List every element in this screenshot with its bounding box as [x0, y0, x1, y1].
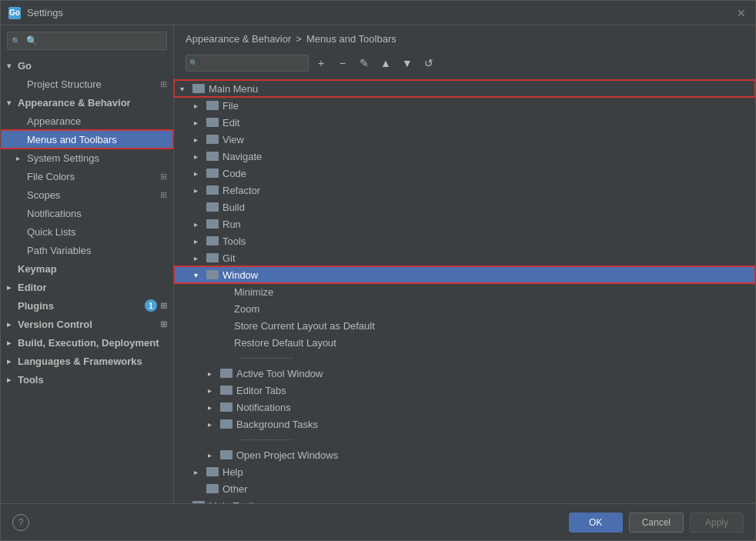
tree-item-run[interactable]: ▸ Run — [174, 215, 755, 232]
sidebar-item-appearance-behavior[interactable]: ▾ Appearance & Behavior — [1, 93, 173, 112]
apply-button[interactable]: Apply — [690, 513, 744, 533]
tree-item-minimize[interactable]: Minimize — [174, 283, 755, 300]
run-folder-icon — [206, 219, 219, 229]
tree-item-main-menu-label: Main Menu — [209, 83, 258, 95]
sidebar-item-appearance-label: Appearance — [27, 115, 81, 127]
tree-item-view-label: View — [222, 134, 244, 145]
tree-item-editor-tabs[interactable]: ▸ Editor Tabs — [174, 382, 755, 399]
help-arrow: ▸ — [194, 468, 205, 476]
tree-separator-1: -------------- — [174, 351, 755, 365]
refactor-folder-icon — [206, 185, 219, 195]
tree-item-open-project-windows[interactable]: ▸ Open Project Windows — [174, 446, 755, 463]
help-button[interactable]: ? — [12, 514, 29, 531]
sidebar-item-notifications[interactable]: Notifications — [1, 204, 173, 222]
tree-item-main-toolbar[interactable]: ▸ Main Toolbar — [174, 497, 755, 503]
tree-item-build[interactable]: Build — [174, 199, 755, 215]
tree-item-code[interactable]: ▸ Code — [174, 165, 755, 182]
tree-item-other[interactable]: Other — [174, 480, 755, 497]
atw-arrow: ▸ — [208, 369, 219, 378]
tree-item-store-layout[interactable]: Store Current Layout as Default — [174, 317, 755, 334]
tree-item-file[interactable]: ▸ File — [174, 97, 755, 114]
sidebar-item-languages[interactable]: ▸ Languages & Frameworks — [1, 352, 173, 370]
sidebar-item-notifications-label: Notifications — [27, 208, 82, 219]
close-button[interactable]: ✕ — [735, 7, 748, 19]
sidebar-item-quick-lists[interactable]: Quick Lists — [1, 222, 173, 241]
edit-folder-icon — [206, 118, 219, 127]
sidebar-item-file-colors[interactable]: File Colors ⊞ — [1, 167, 173, 185]
sidebar-item-appearance[interactable]: Appearance — [1, 112, 173, 130]
tree-item-tools-menu[interactable]: ▸ Tools — [174, 232, 755, 249]
sidebar-item-project-structure-label: Project Structure — [27, 78, 102, 90]
add-button[interactable]: + — [312, 54, 330, 72]
tree-item-zoom[interactable]: Zoom — [174, 300, 755, 317]
ok-button[interactable]: OK — [569, 513, 623, 533]
breadcrumb-part1: Appearance & Behavior — [186, 33, 291, 45]
tree-item-code-label: Code — [222, 168, 246, 179]
opw-folder-icon — [220, 450, 232, 459]
sidebar-item-menus-toolbars[interactable]: Menus and Toolbars — [1, 130, 173, 149]
sidebar-item-project-structure[interactable]: Project Structure ⊞ — [1, 75, 173, 93]
sidebar-item-system-settings[interactable]: ▸ System Settings — [1, 149, 173, 167]
tree-item-refactor-label: Refactor — [222, 185, 260, 196]
remove-button[interactable]: − — [333, 54, 352, 72]
tree-item-navigate-label: Navigate — [222, 151, 262, 162]
tree-item-edit[interactable]: ▸ Edit — [174, 114, 755, 131]
sidebar-item-scopes[interactable]: Scopes ⊞ — [1, 185, 173, 204]
project-structure-config-icon: ⊞ — [160, 79, 167, 89]
vc-arrow: ▸ — [7, 320, 16, 329]
tree-item-navigate[interactable]: ▸ Navigate — [174, 148, 755, 165]
edit-arrow: ▸ — [194, 119, 205, 127]
bottom-bar: ? OK Cancel Apply — [1, 503, 755, 540]
sidebar-search-input[interactable] — [7, 32, 167, 50]
tree-search-input[interactable] — [186, 55, 309, 72]
atw-folder-icon — [220, 369, 232, 378]
tree-item-main-menu[interactable]: ▾ Main Menu — [174, 80, 755, 97]
sidebar-item-keymap[interactable]: Keymap — [1, 259, 173, 278]
run-arrow: ▸ — [194, 220, 205, 229]
sidebar-item-go[interactable]: ▾ Go — [1, 56, 173, 75]
app-icon: Go — [8, 7, 21, 19]
titlebar: Go Settings ✕ — [1, 1, 755, 25]
sidebar-item-build[interactable]: ▸ Build, Execution, Deployment — [1, 333, 173, 352]
tree-item-git[interactable]: ▸ Git — [174, 249, 755, 266]
sidebar-item-go-label: Go — [18, 60, 32, 72]
sidebar-item-editor[interactable]: ▸ Editor — [1, 278, 173, 296]
move-up-button[interactable]: ▲ — [376, 54, 395, 72]
sidebar-item-path-variables[interactable]: Path Variables — [1, 241, 173, 259]
code-arrow: ▸ — [194, 169, 205, 178]
sidebar-item-path-variables-label: Path Variables — [27, 245, 92, 256]
sidebar-item-build-label: Build, Execution, Deployment — [18, 337, 159, 349]
tree-item-help[interactable]: ▸ Help — [174, 463, 755, 480]
main-content: ▾ Go Project Structure ⊞ ▾ Appearance & … — [1, 25, 755, 503]
git-arrow: ▸ — [194, 254, 205, 262]
tree-item-git-label: Git — [222, 252, 236, 264]
sidebar-item-ab-label: Appearance & Behavior — [18, 97, 131, 109]
tree-item-view[interactable]: ▸ View — [174, 131, 755, 148]
breadcrumb-separator: > — [296, 33, 302, 45]
scopes-config-icon: ⊞ — [160, 190, 167, 200]
et-folder-icon — [220, 386, 232, 395]
main-menu-folder-icon — [192, 84, 205, 93]
tree-item-refactor[interactable]: ▸ Refactor — [174, 182, 755, 199]
window-arrow: ▾ — [194, 271, 205, 279]
view-folder-icon — [206, 135, 219, 144]
reset-button[interactable]: ↺ — [420, 54, 438, 72]
menu-tree: ▾ Main Menu ▸ File ▸ Edit — [174, 77, 755, 503]
sidebar-item-tools-label: Tools — [18, 374, 44, 386]
sidebar-item-tools[interactable]: ▸ Tools — [1, 370, 173, 389]
bt-arrow: ▸ — [208, 420, 219, 429]
tree-item-background-tasks[interactable]: ▸ Background Tasks — [174, 416, 755, 432]
cancel-button[interactable]: Cancel — [629, 513, 684, 533]
tree-item-active-tool-window[interactable]: ▸ Active Tool Window — [174, 365, 755, 382]
tree-item-tools-menu-label: Tools — [222, 235, 246, 247]
tree-item-restore-layout[interactable]: Restore Default Layout — [174, 334, 755, 351]
sidebar-item-version-control[interactable]: ▸ Version Control ⊞ — [1, 315, 173, 333]
tree-item-background-tasks-label: Background Tasks — [236, 419, 318, 430]
breadcrumb: Appearance & Behavior > Menus and Toolba… — [186, 33, 744, 45]
move-down-button[interactable]: ▼ — [398, 54, 416, 72]
edit-button[interactable]: ✎ — [355, 54, 373, 72]
tree-item-notifications-sub[interactable]: ▸ Notifications — [174, 399, 755, 416]
tree-item-window[interactable]: ▾ Window — [174, 266, 755, 283]
sidebar-item-plugins[interactable]: Plugins 1 ⊞ — [1, 296, 173, 315]
action-buttons: OK Cancel Apply — [569, 513, 744, 533]
